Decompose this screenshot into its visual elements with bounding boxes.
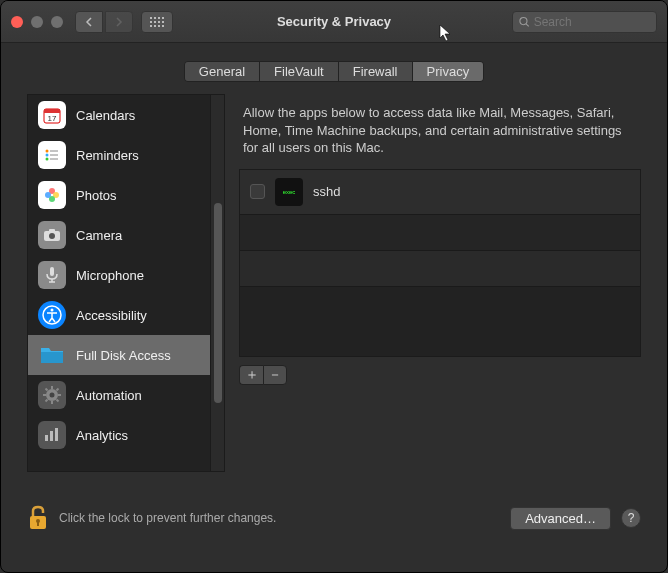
- svg-point-26: [45, 192, 51, 198]
- detail-pane: Allow the apps below to access data like…: [239, 94, 641, 472]
- sidebar-item-analytics[interactable]: Analytics: [28, 415, 210, 455]
- svg-point-12: [520, 17, 527, 24]
- folder-icon: [38, 341, 66, 369]
- sidebar-item-label: Camera: [76, 228, 122, 243]
- tab-firewall[interactable]: Firewall: [339, 62, 413, 81]
- sidebar-item-camera[interactable]: Camera: [28, 215, 210, 255]
- tab-privacy[interactable]: Privacy: [413, 62, 484, 81]
- sidebar-item-photos[interactable]: Photos: [28, 175, 210, 215]
- svg-point-17: [46, 150, 49, 153]
- analytics-icon: [38, 421, 66, 449]
- svg-rect-7: [162, 21, 164, 23]
- app-name: sshd: [313, 184, 340, 199]
- svg-rect-1: [154, 17, 156, 19]
- minimize-window[interactable]: [31, 16, 43, 28]
- search-icon: [519, 16, 530, 28]
- sidebar-item-label: Microphone: [76, 268, 144, 283]
- reminders-icon: [38, 141, 66, 169]
- app-row-empty: [240, 215, 640, 251]
- svg-rect-46: [45, 435, 48, 441]
- svg-rect-10: [158, 25, 160, 27]
- svg-rect-47: [50, 431, 53, 441]
- back-button[interactable]: [75, 11, 103, 33]
- sidebar-item-label: Reminders: [76, 148, 139, 163]
- sidebar-item-microphone[interactable]: Microphone: [28, 255, 210, 295]
- svg-rect-3: [162, 17, 164, 19]
- svg-rect-4: [150, 21, 152, 23]
- svg-point-37: [50, 393, 55, 398]
- svg-rect-29: [49, 229, 55, 232]
- remove-button[interactable]: －: [263, 365, 287, 385]
- sidebar-item-label: Accessibility: [76, 308, 147, 323]
- sidebar-item-full-disk-access[interactable]: Full Disk Access: [28, 335, 210, 375]
- svg-rect-9: [154, 25, 156, 27]
- svg-point-34: [51, 309, 54, 312]
- sidebar-item-label: Analytics: [76, 428, 128, 443]
- svg-rect-6: [158, 21, 160, 23]
- svg-line-42: [46, 389, 48, 391]
- calendar-icon: 17: [38, 101, 66, 129]
- add-button[interactable]: ＋: [239, 365, 263, 385]
- nav-buttons: [75, 11, 133, 33]
- svg-rect-35: [41, 352, 63, 363]
- search-field[interactable]: [512, 11, 657, 33]
- gear-icon: [38, 381, 66, 409]
- svg-point-28: [49, 233, 55, 239]
- photos-icon: [38, 181, 66, 209]
- svg-rect-30: [50, 267, 54, 276]
- tab-general[interactable]: General: [185, 62, 260, 81]
- privacy-sidebar: 17 Calendars Reminders Photos: [27, 94, 225, 472]
- svg-point-21: [46, 158, 49, 161]
- app-row[interactable]: exec sshd: [240, 170, 640, 215]
- sidebar-item-automation[interactable]: Automation: [28, 375, 210, 415]
- camera-icon: [38, 221, 66, 249]
- footer: Click the lock to prevent further change…: [1, 486, 667, 532]
- sidebar-item-accessibility[interactable]: Accessibility: [28, 295, 210, 335]
- zoom-window[interactable]: [51, 16, 63, 28]
- accessibility-icon: [38, 301, 66, 329]
- titlebar: Security & Privacy: [1, 1, 667, 43]
- svg-rect-51: [37, 522, 39, 526]
- add-remove-buttons: ＋ －: [239, 365, 641, 385]
- svg-rect-8: [150, 25, 152, 27]
- svg-point-19: [46, 154, 49, 157]
- description-text: Allow the apps below to access data like…: [239, 94, 641, 169]
- sidebar-item-label: Photos: [76, 188, 116, 203]
- close-window[interactable]: [11, 16, 23, 28]
- tab-filevault[interactable]: FileVault: [260, 62, 339, 81]
- app-row-empty: [240, 251, 640, 287]
- svg-rect-48: [55, 428, 58, 441]
- app-list-empty-space: [240, 287, 640, 356]
- terminal-app-icon: exec: [275, 178, 303, 206]
- sidebar-item-reminders[interactable]: Reminders: [28, 135, 210, 175]
- search-input[interactable]: [534, 15, 650, 29]
- tab-bar: General FileVault Firewall Privacy: [1, 43, 667, 94]
- svg-rect-5: [154, 21, 156, 23]
- svg-text:17: 17: [48, 114, 57, 123]
- svg-line-44: [46, 400, 48, 402]
- lock-icon: [27, 504, 49, 532]
- lock-text: Click the lock to prevent further change…: [59, 511, 276, 525]
- scrollbar-thumb[interactable]: [214, 203, 222, 403]
- sidebar-item-label: Full Disk Access: [76, 348, 171, 363]
- lock-area[interactable]: Click the lock to prevent further change…: [27, 504, 276, 532]
- sidebar-item-calendars[interactable]: 17 Calendars: [28, 95, 210, 135]
- svg-line-13: [526, 23, 529, 26]
- svg-rect-0: [150, 17, 152, 19]
- forward-button[interactable]: [105, 11, 133, 33]
- app-checkbox[interactable]: [250, 184, 265, 199]
- sidebar-item-label: Calendars: [76, 108, 135, 123]
- sidebar-item-label: Automation: [76, 388, 142, 403]
- svg-rect-15: [44, 109, 60, 113]
- app-list: exec sshd: [239, 169, 641, 357]
- window-title: Security & Privacy: [277, 14, 391, 29]
- show-all-button[interactable]: [141, 11, 173, 33]
- svg-rect-11: [162, 25, 164, 27]
- cursor-icon: [439, 24, 453, 46]
- microphone-icon: [38, 261, 66, 289]
- help-button[interactable]: ?: [621, 508, 641, 528]
- sidebar-scrollbar[interactable]: [210, 95, 224, 471]
- svg-rect-2: [158, 17, 160, 19]
- svg-line-45: [57, 389, 59, 391]
- advanced-button[interactable]: Advanced…: [510, 507, 611, 530]
